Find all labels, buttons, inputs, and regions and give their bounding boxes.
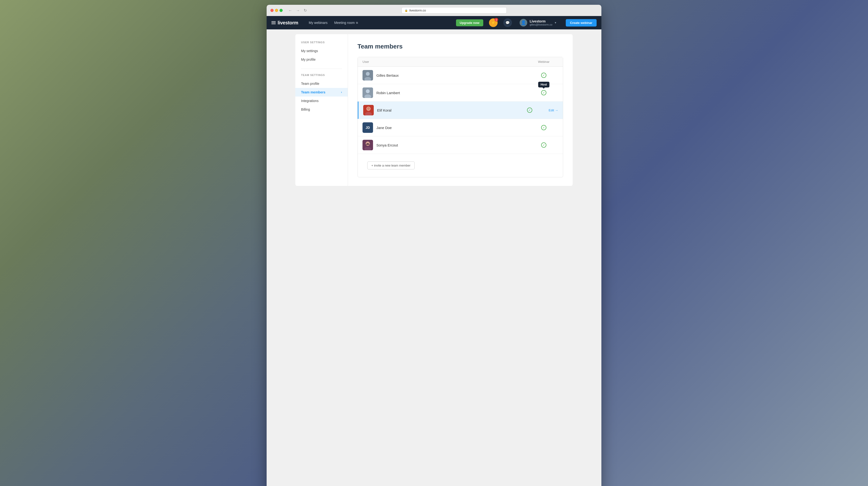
table-row: Sonya Ercout ✓ (358, 136, 563, 154)
member-webinar-jane: ✓ (529, 125, 558, 130)
integrations-label: Integrations (301, 99, 318, 103)
user-name: Livestorm (530, 19, 552, 23)
member-name-jane: Jane Doe (376, 126, 529, 130)
sidebar-item-billing[interactable]: Billing (295, 105, 348, 114)
team-profile-label: Team profile (301, 82, 319, 86)
member-webinar-robin: ✓ Host (529, 90, 558, 95)
my-profile-label: My profile (301, 58, 316, 61)
page-title: Team members (358, 43, 563, 50)
member-name-sonya: Sonya Ercout (376, 143, 529, 147)
notifications-button[interactable]: ⚡ 1 (489, 19, 498, 27)
user-info: Livestorm gilles@livestorm.co (530, 19, 552, 26)
top-nav: livestorm My webinars Meeting room ⧉ Upg… (267, 16, 601, 29)
user-email: gilles@livestorm.co (530, 23, 552, 26)
refresh-button[interactable]: ↻ (303, 8, 308, 13)
upgrade-button[interactable]: Upgrade now (456, 19, 483, 26)
sidebar: USER SETTINGS My settings My profile TEA… (295, 34, 348, 186)
nav-links: My webinars Meeting room ⧉ (306, 19, 361, 26)
maximize-button[interactable] (280, 9, 283, 12)
table-header: User Webinar (358, 57, 563, 67)
svg-point-1 (366, 72, 370, 76)
check-circle-sonya: ✓ (541, 142, 547, 148)
svg-point-9 (367, 107, 370, 110)
billing-label: Billing (301, 107, 310, 111)
logo-text: livestorm (278, 20, 298, 26)
edit-link-elif[interactable]: Edit → (549, 108, 558, 112)
address-bar[interactable]: 🔒 livestorm.co (401, 7, 507, 13)
member-name-robin: Robin Lambert (376, 91, 529, 95)
avatar-sonya (363, 140, 373, 150)
sidebar-item-team-profile[interactable]: Team profile (295, 79, 348, 88)
member-name-gilles: Gilles Bertaux (376, 73, 529, 77)
table-row: Robin Lambert ✓ Host (358, 84, 563, 102)
minimize-button[interactable] (275, 9, 278, 12)
sidebar-item-team-members[interactable]: Team members › (295, 88, 348, 97)
avatar: 👤 (520, 19, 527, 27)
member-webinar-sonya: ✓ (529, 142, 558, 148)
member-webinar-gilles: ✓ (529, 73, 558, 78)
arrow-right-icon: → (555, 108, 558, 112)
team-members-label: Team members (301, 90, 326, 94)
member-name-elif: Elif Koral (377, 108, 515, 112)
forward-button[interactable]: → (295, 8, 301, 13)
url-text: livestorm.co (409, 9, 426, 12)
external-link-icon: ⧉ (356, 21, 358, 24)
sidebar-item-my-profile[interactable]: My profile (295, 55, 348, 64)
check-circle-robin: ✓ (541, 90, 547, 95)
table-row-active: Elif Koral ✓ Edit → (358, 102, 563, 119)
user-settings-label: USER SETTINGS (295, 41, 348, 46)
table-row: Gilles Bertaux ✓ (358, 67, 563, 84)
meeting-room-label: Meeting room (334, 21, 355, 25)
host-tooltip: Host (538, 82, 550, 88)
notification-badge: 1 (495, 18, 498, 22)
avatar-elif (363, 105, 374, 116)
my-webinars-label: My webinars (309, 21, 328, 25)
check-circle-gilles: ✓ (541, 73, 547, 78)
invite-team-member-button[interactable]: + invite a new team member (367, 162, 415, 169)
chevron-down-icon: ▾ (555, 21, 556, 24)
lock-icon: 🔒 (405, 9, 408, 12)
member-webinar-elif: ✓ (515, 107, 544, 113)
avatar-gilles (363, 70, 373, 80)
sidebar-item-my-settings[interactable]: My settings (295, 46, 348, 55)
chevron-right-icon: › (341, 91, 342, 94)
close-button[interactable] (271, 9, 274, 12)
col-user-header: User (363, 60, 529, 64)
check-circle-jane: ✓ (541, 125, 547, 130)
main-content: USER SETTINGS My settings My profile TEA… (290, 29, 578, 191)
my-webinars-link[interactable]: My webinars (306, 19, 331, 26)
edit-label: Edit (549, 108, 554, 112)
invite-row: + invite a new team member (358, 154, 563, 177)
svg-point-4 (366, 89, 370, 93)
content-panel: Team members User Webinar (348, 34, 573, 186)
table-row: JD Jane Doe ✓ (358, 119, 563, 136)
create-webinar-button[interactable]: Create webinar (566, 19, 597, 27)
members-table: User Webinar Gilles Bertaux (358, 57, 563, 177)
meeting-room-link[interactable]: Meeting room ⧉ (332, 19, 361, 26)
team-settings-label: TEAM SETTINGS (295, 74, 348, 79)
my-settings-label: My settings (301, 49, 318, 53)
avatar-jane: JD (363, 122, 373, 133)
chat-button[interactable]: 💬 (503, 19, 512, 27)
check-circle-elif: ✓ (527, 107, 532, 113)
avatar-robin (363, 88, 373, 98)
user-menu[interactable]: 👤 Livestorm gilles@livestorm.co ▾ (518, 18, 558, 28)
sidebar-item-integrations[interactable]: Integrations (295, 97, 348, 105)
menu-icon (271, 21, 276, 24)
logo[interactable]: livestorm (271, 20, 298, 26)
col-webinar-header: Webinar (529, 60, 558, 64)
back-button[interactable]: ← (287, 8, 293, 13)
